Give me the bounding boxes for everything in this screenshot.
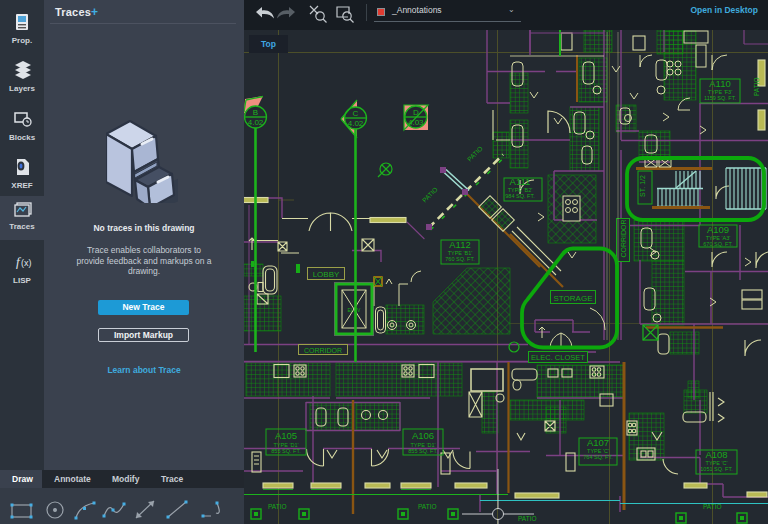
svg-text:A106: A106 (412, 430, 434, 441)
svg-text:A108: A108 (705, 449, 727, 460)
svg-text:4.03: 4.03 (408, 118, 424, 127)
svg-text:764 SQ. FT.: 764 SQ. FT. (583, 454, 613, 460)
svg-text:A112: A112 (449, 239, 470, 250)
svg-text:CORRIDOR: CORRIDOR (620, 219, 627, 257)
svg-text:PATIO: PATIO (703, 503, 722, 510)
svg-text:1159 SQ. FT.: 1159 SQ. FT. (704, 95, 736, 101)
svg-text:A105: A105 (275, 430, 297, 441)
svg-text:4.02: 4.02 (248, 118, 264, 127)
svg-text:1051 SQ. FT.: 1051 SQ. FT. (700, 466, 733, 472)
svg-text:855 SQ. FT.: 855 SQ. FT. (408, 448, 438, 454)
svg-text:TYPE 'D1': TYPE 'D1' (273, 442, 298, 448)
svg-text:C: C (353, 109, 359, 118)
svg-text:ELEC. CLOSET: ELEC. CLOSET (531, 353, 585, 362)
svg-text:855 SQ. FT.: 855 SQ. FT. (271, 448, 301, 454)
svg-text:A110: A110 (709, 78, 730, 89)
svg-text:LOBBY: LOBBY (313, 270, 340, 279)
svg-text:PATIO: PATIO (518, 515, 537, 522)
svg-text:PATIO: PATIO (753, 77, 760, 96)
svg-text:D: D (413, 108, 419, 117)
svg-text:A107: A107 (587, 437, 609, 448)
svg-text:PATIO: PATIO (421, 186, 439, 204)
svg-text:4.02: 4.02 (348, 119, 364, 128)
svg-text:B: B (253, 108, 258, 117)
svg-text:A111: A111 (510, 176, 531, 187)
svg-text:(x): (x) (21, 258, 32, 268)
svg-text:PATIO: PATIO (268, 503, 287, 510)
svg-text:984 SQ. FT.: 984 SQ. FT. (505, 193, 535, 199)
svg-text:760 SQ. FT.: 760 SQ. FT. (445, 256, 475, 262)
svg-text:PATIO: PATIO (466, 145, 484, 163)
svg-text:CORRIDOR: CORRIDOR (304, 347, 342, 354)
svg-text:A109: A109 (707, 224, 729, 235)
svg-text:TYPE 'D1': TYPE 'D1' (410, 442, 435, 448)
svg-text:STORAGE: STORAGE (554, 294, 593, 303)
svg-text:PATIO: PATIO (418, 503, 437, 510)
svg-text:ST. 1/2: ST. 1/2 (639, 175, 646, 197)
svg-text:670 SQ. FT.: 670 SQ. FT. (703, 241, 733, 247)
